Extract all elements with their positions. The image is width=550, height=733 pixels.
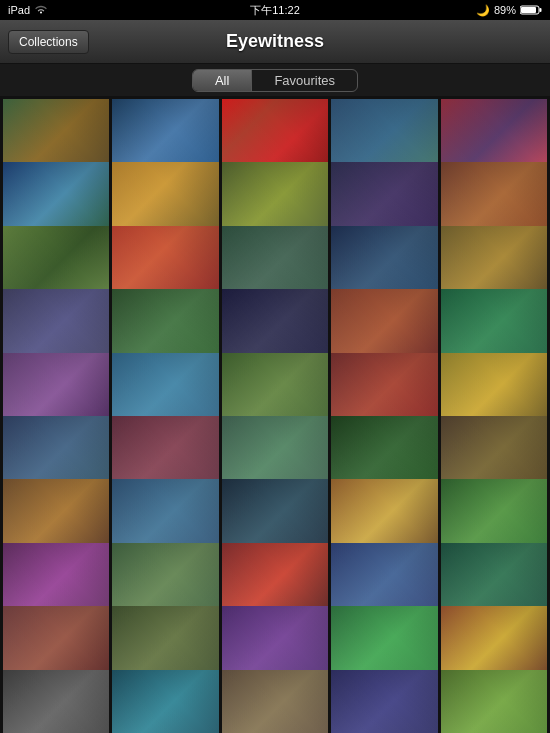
photo-thumb [112,670,218,733]
wifi-icon [34,5,48,15]
moon-icon: 🌙 [476,4,490,17]
nav-title: Eyewitness [226,31,324,52]
status-right: 🌙 89% [476,4,542,17]
photo-thumb [222,670,328,733]
photo-cell[interactable] [112,670,218,733]
svg-rect-1 [540,8,542,12]
status-left: iPad [8,4,48,16]
segment-wrap: All Favourites [192,69,358,92]
photo-thumb [3,670,109,733]
status-time: 下午11:22 [250,3,300,18]
collections-button[interactable]: Collections [8,30,89,54]
status-bar: iPad 下午11:22 🌙 89% [0,0,550,20]
photo-cell[interactable] [222,670,328,733]
photo-grid [0,96,550,733]
favourites-tab[interactable]: Favourites [252,70,357,91]
nav-bar: Collections Eyewitness [0,20,550,64]
battery-icon [520,5,542,15]
carrier-label: iPad [8,4,30,16]
photo-cell[interactable] [441,670,547,733]
svg-rect-2 [521,7,536,13]
photo-cell[interactable] [3,670,109,733]
photo-thumb [441,670,547,733]
all-tab[interactable]: All [193,70,251,91]
battery-label: 89% [494,4,516,16]
photo-thumb [331,670,437,733]
segmented-control: All Favourites [0,64,550,96]
photo-cell[interactable] [331,670,437,733]
